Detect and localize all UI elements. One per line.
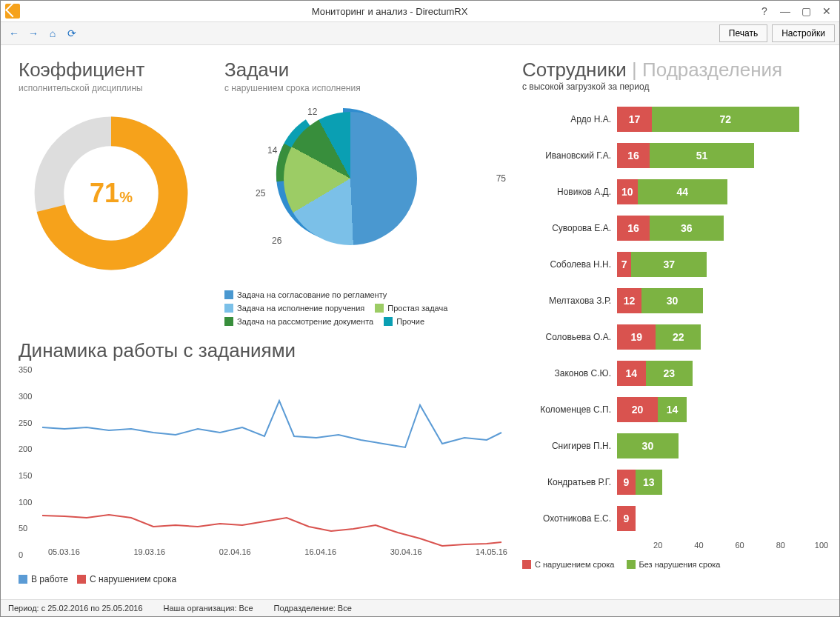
status-period: Период: с 25.02.2016 по 25.05.2016 [8, 604, 143, 613]
emp-seg-red: 9 [617, 470, 636, 495]
refresh-icon[interactable]: ⟳ [63, 25, 81, 41]
home-icon[interactable]: ⌂ [44, 25, 61, 41]
emp-row: Ивановский Г.А.1651 [522, 141, 821, 170]
emp-seg-green: 37 [631, 252, 707, 277]
maximize-icon[interactable]: ▢ [796, 4, 816, 19]
emp-row: Соловьева О.А.1922 [522, 323, 821, 351]
line-legend-0: В работе [31, 574, 68, 584]
tasks-widget: Задачи с нарушением срока исполнения 75 [224, 59, 507, 326]
emp-name: Соловьева О.А. [522, 332, 617, 342]
emp-name: Суворова Е.А. [522, 223, 617, 233]
app-window: Мониторинг и анализ - DirectumRX ? — ▢ ✕… [0, 0, 840, 617]
emp-seg-green: 14 [658, 397, 687, 422]
content-area: Коэффициент исполнительской дисциплины 7… [1, 45, 839, 599]
emp-row: Мелтахова З.Р.1230 [522, 287, 821, 315]
emp-seg-red: 12 [617, 288, 641, 313]
emp-name: Коломенцев С.П. [522, 404, 617, 415]
emp-seg-red: 9 [617, 506, 636, 531]
employees-subtitle: с высокой загрузкой за период [522, 81, 821, 92]
coefficient-widget: Коэффициент исполнительской дисциплины 7… [19, 59, 204, 326]
emp-name: Снигирев П.Н. [522, 441, 617, 451]
pie-legend-0: Задача на согласование по регламенту [237, 290, 387, 299]
pie-legend-3: Задача на рассмотрение документа [237, 317, 373, 326]
minimize-icon[interactable]: — [776, 4, 795, 19]
emp-name: Мелтахова З.Р. [522, 296, 617, 306]
emp-seg-green: 30 [617, 433, 679, 458]
emp-row: Новиков А.Д.1044 [522, 178, 821, 206]
emp-seg-red: 14 [617, 361, 646, 386]
emp-seg-green: 22 [656, 324, 701, 350]
emp-row: Снигирев П.Н.30 [522, 432, 821, 460]
emp-legend-1: Без нарушения срока [639, 560, 721, 569]
dynamics-widget: Динамика работы с заданиями 0 50 100 150… [19, 339, 507, 584]
line-chart: 0 50 100 150 200 250 300 350 05.03 [19, 370, 507, 555]
emp-name: Ардо Н.А. [522, 114, 617, 124]
emp-name: Новиков А.Д. [522, 187, 617, 197]
emp-row: Охотникова Е.С.9 [522, 504, 821, 533]
emp-seg-red: 19 [617, 324, 656, 350]
emp-seg-red: 20 [617, 397, 658, 422]
tab-employees[interactable]: Сотрудники [522, 59, 627, 81]
emp-seg-red: 16 [617, 143, 650, 168]
coefficient-title: Коэффициент [19, 59, 204, 81]
statusbar: Период: с 25.02.2016 по 25.05.2016 Наша … [1, 599, 839, 616]
emp-seg-green: 44 [638, 179, 727, 204]
pie-legend-1: Задача на исполнение поручения [237, 304, 364, 313]
emp-row: Коломенцев С.П.2014 [522, 396, 821, 424]
emp-seg-red: 16 [617, 216, 650, 241]
back-icon[interactable]: ← [5, 25, 23, 41]
emp-name: Законов С.Ю. [522, 368, 617, 378]
tasks-subtitle: с нарушением срока исполнения [224, 83, 507, 93]
window-title: Мониторинг и анализ - DirectumRX [24, 6, 755, 17]
emp-name: Охотникова Е.С. [522, 513, 617, 524]
employees-chart: Ардо Н.А.1772Ивановский Г.А.1651Новиков … [522, 105, 821, 596]
tasks-title: Задачи [224, 59, 507, 81]
line-legend-1: С нарушением срока [90, 574, 176, 584]
emp-name: Кондратьев Р.Г. [522, 477, 617, 487]
close-icon[interactable]: ✕ [817, 4, 836, 19]
coefficient-subtitle: исполнительской дисциплины [19, 83, 204, 93]
emp-name: Соболева Н.Н. [522, 259, 617, 270]
emp-legend-0: С нарушением срока [535, 560, 615, 569]
emp-seg-green: 36 [650, 216, 723, 241]
emp-row: Законов С.Ю.1423 [522, 359, 821, 387]
pie-chart: 75 26 25 14 12 [224, 101, 507, 286]
pie-legend-4: Прочие [396, 317, 424, 326]
donut-chart: 71% [19, 101, 204, 286]
toolbar: ← → ⌂ ⟳ Печать Настройки [1, 22, 839, 45]
emp-seg-green: 13 [636, 470, 662, 495]
emp-name: Ивановский Г.А. [522, 150, 617, 161]
dynamics-title: Динамика работы с заданиями [19, 339, 507, 362]
titlebar: Мониторинг и анализ - DirectumRX ? — ▢ ✕ [1, 1, 839, 22]
status-org: Наша организация: Все [164, 604, 253, 613]
settings-button[interactable]: Настройки [772, 24, 835, 42]
emp-seg-red: 10 [617, 179, 638, 204]
donut-value: 71 [90, 178, 119, 208]
emp-seg-red: 7 [617, 252, 631, 277]
emp-row: Ардо Н.А.1772 [522, 105, 821, 133]
emp-seg-green: 23 [646, 361, 693, 386]
forward-icon[interactable]: → [24, 25, 42, 41]
emp-row: Суворова Е.А.1636 [522, 214, 821, 242]
emp-row: Соболева Н.Н.737 [522, 250, 821, 279]
tab-departments[interactable]: Подразделения [642, 59, 782, 81]
pie-legend-2: Простая задача [387, 304, 447, 313]
print-button[interactable]: Печать [719, 24, 767, 42]
emp-row: Кондратьев Р.Г.913 [522, 468, 821, 496]
emp-seg-green: 30 [641, 288, 703, 313]
status-dept: Подразделение: Все [274, 604, 352, 613]
donut-pct: % [119, 189, 133, 205]
emp-seg-green: 51 [650, 143, 754, 168]
help-icon[interactable]: ? [755, 4, 774, 19]
emp-seg-red: 17 [617, 107, 652, 132]
emp-seg-green: 72 [652, 107, 799, 132]
app-icon [5, 4, 20, 19]
